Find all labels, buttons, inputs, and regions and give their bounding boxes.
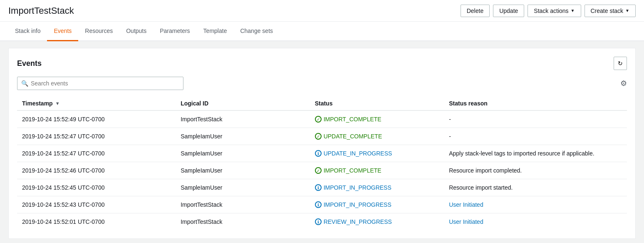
table-row: 2019-10-24 15:52:47 UTC-0700SampleIamUse… [17, 128, 627, 145]
create-stack-button[interactable]: Create stack [585, 5, 636, 17]
refresh-button[interactable]: ↻ [614, 57, 627, 70]
tab-resources[interactable]: Resources [78, 22, 119, 41]
sort-icon[interactable]: ▼ [55, 101, 60, 106]
status-text: IMPORT_IN_PROGRESS [324, 201, 391, 208]
col-header-status-reason: Status reason [444, 97, 627, 110]
cell-timestamp: 2019-10-24 15:52:46 UTC-0700 [17, 162, 176, 179]
search-input[interactable] [17, 77, 183, 90]
search-bar: 🔍 ⚙ [17, 77, 627, 90]
table-row: 2019-10-24 15:52:45 UTC-0700SampleIamUse… [17, 179, 627, 196]
status-inprogress-icon: ℹ [315, 218, 322, 225]
reason-text: - [449, 116, 451, 123]
cell-logical-id: SampleIamUser [176, 162, 310, 179]
tab-change-sets[interactable]: Change sets [233, 22, 280, 41]
status-text: IMPORT_IN_PROGRESS [324, 184, 391, 191]
top-header: ImportTestStack Delete Update Stack acti… [0, 0, 644, 22]
cell-logical-id: ImportTestStack [176, 213, 310, 230]
reason-link[interactable]: User Initiated [449, 201, 483, 208]
cell-status: ✓IMPORT_COMPLETE [310, 162, 444, 179]
status-text: UPDATE_IN_PROGRESS [324, 150, 392, 157]
cell-status: ℹIMPORT_IN_PROGRESS [310, 196, 444, 213]
panel-header: Events ↻ [17, 57, 627, 70]
cell-status: ℹUPDATE_IN_PROGRESS [310, 145, 444, 162]
settings-icon[interactable]: ⚙ [620, 79, 627, 88]
delete-button[interactable]: Delete [461, 5, 490, 17]
status-inprogress-icon: ℹ [315, 201, 322, 208]
status-text: IMPORT_COMPLETE [324, 167, 381, 174]
cell-status: ✓IMPORT_COMPLETE [310, 110, 444, 128]
events-table: Timestamp ▼ Logical ID Status Status rea… [17, 97, 627, 230]
reason-text: - [449, 133, 451, 140]
cell-status: ℹIMPORT_IN_PROGRESS [310, 179, 444, 196]
status-text: IMPORT_COMPLETE [324, 116, 381, 123]
cell-status-reason: Resource import started. [444, 179, 627, 196]
tab-events[interactable]: Events [47, 22, 78, 41]
table-row: 2019-10-24 15:52:46 UTC-0700SampleIamUse… [17, 162, 627, 179]
cell-timestamp: 2019-10-24 15:52:43 UTC-0700 [17, 196, 176, 213]
cell-status-reason: User Initiated [444, 213, 627, 230]
reason-text: Resource import completed. [449, 167, 522, 174]
status-complete-icon: ✓ [315, 116, 322, 123]
col-header-timestamp: Timestamp ▼ [17, 97, 176, 110]
status-complete-icon: ✓ [315, 133, 322, 140]
cell-status-reason: - [444, 110, 627, 128]
stack-title: ImportTestStack [8, 5, 74, 16]
status-text: UPDATE_COMPLETE [324, 133, 382, 140]
cell-status-reason: - [444, 128, 627, 145]
status-inprogress-icon: ℹ [315, 150, 322, 157]
cell-status-reason: Resource import completed. [444, 162, 627, 179]
col-header-status: Status [310, 97, 444, 110]
events-panel: Events ↻ 🔍 ⚙ Timestamp ▼ [8, 48, 636, 239]
cell-status: ℹREVIEW_IN_PROGRESS [310, 213, 444, 230]
reason-text: Resource import started. [449, 184, 513, 191]
cell-timestamp: 2019-10-24 15:52:47 UTC-0700 [17, 128, 176, 145]
table-row: 2019-10-24 15:52:47 UTC-0700SampleIamUse… [17, 145, 627, 162]
cell-timestamp: 2019-10-24 15:52:47 UTC-0700 [17, 145, 176, 162]
cell-timestamp: 2019-10-24 15:52:45 UTC-0700 [17, 179, 176, 196]
table-row: 2019-10-24 15:52:49 UTC-0700ImportTestSt… [17, 110, 627, 128]
cell-timestamp: 2019-10-24 15:52:01 UTC-0700 [17, 213, 176, 230]
cell-status-reason: Apply stack-level tags to imported resou… [444, 145, 627, 162]
table-row: 2019-10-24 15:52:01 UTC-0700ImportTestSt… [17, 213, 627, 230]
update-button[interactable]: Update [493, 5, 524, 17]
reason-text: Apply stack-level tags to imported resou… [449, 150, 594, 157]
events-table-wrap: Timestamp ▼ Logical ID Status Status rea… [17, 97, 627, 230]
cell-logical-id: SampleIamUser [176, 145, 310, 162]
cell-logical-id: ImportTestStack [176, 196, 310, 213]
cell-logical-id: ImportTestStack [176, 110, 310, 128]
status-inprogress-icon: ℹ [315, 184, 322, 191]
panel-title: Events [17, 59, 42, 68]
tab-parameters[interactable]: Parameters [153, 22, 196, 41]
cell-logical-id: SampleIamUser [176, 128, 310, 145]
cell-status: ✓UPDATE_COMPLETE [310, 128, 444, 145]
cell-timestamp: 2019-10-24 15:52:49 UTC-0700 [17, 110, 176, 128]
main-content: Events ↻ 🔍 ⚙ Timestamp ▼ [0, 41, 644, 243]
header-actions: Delete Update Stack actions Create stack [461, 5, 636, 17]
tab-outputs[interactable]: Outputs [119, 22, 153, 41]
status-text: REVIEW_IN_PROGRESS [324, 218, 392, 225]
stack-actions-button[interactable]: Stack actions [528, 5, 581, 17]
tabs-bar: Stack info Events Resources Outputs Para… [0, 22, 644, 41]
col-header-logical-id: Logical ID [176, 97, 310, 110]
reason-link[interactable]: User Initiated [449, 218, 483, 225]
cell-logical-id: SampleIamUser [176, 179, 310, 196]
cell-status-reason: User Initiated [444, 196, 627, 213]
table-row: 2019-10-24 15:52:43 UTC-0700ImportTestSt… [17, 196, 627, 213]
tab-stack-info[interactable]: Stack info [8, 22, 47, 41]
search-icon: 🔍 [21, 80, 28, 87]
status-complete-icon: ✓ [315, 167, 322, 174]
tab-template[interactable]: Template [197, 22, 234, 41]
